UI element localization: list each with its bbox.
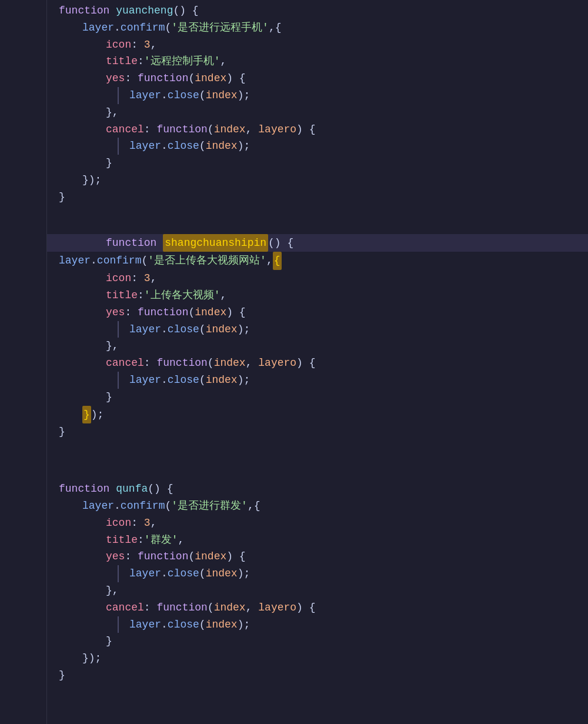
section-qunfa: function qunfa () { layer . confirm ( '是… xyxy=(47,478,588,686)
section-yuancheng: function yuancheng () { layer . confirm … xyxy=(47,0,588,208)
function-name: qunfa xyxy=(116,481,148,498)
property: icon xyxy=(106,270,131,287)
code-line: layer . confirm ( '是否上传各大视频网站' , { xyxy=(47,252,588,270)
property: yes xyxy=(106,70,125,87)
parameter: index xyxy=(195,304,226,321)
keyword: function xyxy=(106,235,156,252)
code-line: } xyxy=(47,155,588,172)
parameter: index xyxy=(195,70,226,87)
parameter: layero xyxy=(258,599,296,616)
code-line: } ); xyxy=(47,406,588,424)
code-content[interactable]: function yuancheng () { layer . confirm … xyxy=(47,0,588,724)
code-line: }); xyxy=(47,172,588,189)
code-line: yes : function ( index ) { xyxy=(47,548,588,565)
code-line: title : '远程控制手机' , xyxy=(47,53,588,70)
code-line: yes : function ( index ) { xyxy=(47,304,588,321)
keyword: function xyxy=(156,355,207,372)
function-name: yuancheng xyxy=(116,2,173,19)
keyword: function xyxy=(156,121,207,138)
method-name: layer xyxy=(129,565,161,582)
keyword: function xyxy=(138,304,188,321)
indent-guide xyxy=(118,616,119,633)
method-name: close xyxy=(168,138,199,155)
string-value: '群发' xyxy=(144,532,178,549)
bracket-highlight: { xyxy=(273,252,282,270)
code-line: layer . close ( index ); xyxy=(47,616,588,633)
code-line: icon : 3 , xyxy=(47,270,588,287)
property: title xyxy=(106,53,138,70)
code-line: yes : function ( index ) { xyxy=(47,70,588,87)
method-name: close xyxy=(168,87,199,104)
property: yes xyxy=(106,304,125,321)
property: cancel xyxy=(106,121,144,138)
keyword: function xyxy=(59,2,109,19)
code-line: }); xyxy=(47,650,588,667)
method-name: close xyxy=(168,565,199,582)
code-line: layer . close ( index ); xyxy=(47,321,588,338)
code-line: }, xyxy=(47,338,588,355)
code-line: cancel : function ( index , layero ) { xyxy=(47,355,588,372)
parameter: index xyxy=(206,138,238,155)
string-value: '是否进行远程手机' xyxy=(171,19,269,36)
keyword: function xyxy=(138,70,188,87)
indent-guide xyxy=(118,565,119,582)
indent-guide xyxy=(118,372,119,389)
parameter: index xyxy=(214,121,246,138)
code-line: layer . confirm ( '是否进行群发' ,{ xyxy=(47,498,588,515)
highlighted-function-name: shangchuanshipin xyxy=(163,234,268,252)
closing-bracket-highlight: } xyxy=(82,406,91,424)
parameter: layero xyxy=(258,355,296,372)
code-line: } xyxy=(47,667,588,684)
parameter: index xyxy=(195,548,226,565)
line-gutter xyxy=(0,0,47,724)
code-line: cancel : function ( index , layero ) { xyxy=(47,599,588,616)
string-value: '是否上传各大视频网站' xyxy=(148,252,266,269)
parameter: index xyxy=(206,565,238,582)
method-name: layer xyxy=(129,138,161,155)
method-name: layer xyxy=(82,498,114,515)
code-line: layer . confirm ( '是否进行远程手机' ,{ xyxy=(47,19,588,36)
indent-guide xyxy=(118,321,119,338)
code-line: function qunfa () { xyxy=(47,481,588,498)
property: cancel xyxy=(106,599,144,616)
code-line: title : '上传各大视频' , xyxy=(47,287,588,304)
code-line: title : '群发' , xyxy=(47,532,588,549)
method-name: confirm xyxy=(97,252,142,269)
method-name: layer xyxy=(129,87,161,104)
code-line: cancel : function ( index , layero ) { xyxy=(47,121,588,138)
number-value: 3 xyxy=(144,36,151,54)
punctuation: () { xyxy=(173,2,198,19)
code-line: } xyxy=(47,633,588,650)
method-name: layer xyxy=(129,372,161,389)
code-line: icon : 3 , xyxy=(47,515,588,532)
code-line: function yuancheng () { xyxy=(47,2,588,19)
method-name: confirm xyxy=(121,498,165,515)
method-name: layer xyxy=(129,616,161,633)
code-line: }, xyxy=(47,104,588,121)
code-line: }, xyxy=(47,582,588,599)
keyword: function xyxy=(59,481,109,498)
parameter: index xyxy=(206,321,238,338)
parameter: layero xyxy=(258,121,296,138)
number-value: 3 xyxy=(144,515,151,532)
code-line: layer . close ( index ); xyxy=(47,138,588,155)
separator-extra xyxy=(47,466,588,478)
parameter: index xyxy=(214,355,246,372)
method-name: close xyxy=(168,372,199,389)
property: icon xyxy=(106,36,131,54)
space xyxy=(109,2,116,19)
keyword: function xyxy=(156,599,207,616)
indent-guide xyxy=(118,138,119,155)
string-value: '远程控制手机' xyxy=(144,53,220,70)
method-name: close xyxy=(168,321,199,338)
parameter: index xyxy=(206,87,238,104)
code-line: } xyxy=(47,389,588,406)
parameter: index xyxy=(214,599,246,616)
keyword: function xyxy=(138,548,188,565)
parameter: index xyxy=(206,372,238,389)
code-line: layer . close ( index ); xyxy=(47,565,588,582)
number-value: 3 xyxy=(144,270,151,287)
parameter: index xyxy=(206,616,238,633)
method-name: layer xyxy=(82,19,114,36)
section-shangchuanshipin: function shangchuanshipin () { layer . c… xyxy=(47,232,588,443)
